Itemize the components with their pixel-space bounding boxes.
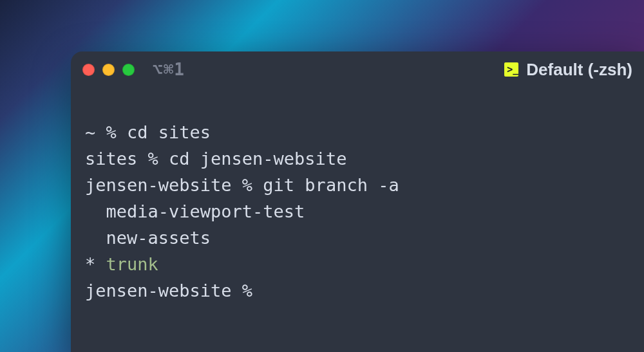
current-branch-marker: * xyxy=(85,254,106,274)
current-branch-name: trunk xyxy=(106,254,158,274)
branch-name: new-assets xyxy=(85,228,211,248)
branch-name: media-viewport-test xyxy=(85,201,305,221)
command-text: git branch -a xyxy=(263,175,399,195)
titlebar: ⌥⌘1 >_ Default (-zsh) xyxy=(71,51,644,88)
terminal-line: * trunk xyxy=(85,254,158,274)
prompt: sites % xyxy=(85,149,169,169)
close-button[interactable] xyxy=(82,64,95,76)
window-controls xyxy=(82,64,135,76)
terminal-line: sites % cd jensen-website xyxy=(85,149,346,169)
terminal-icon: >_ xyxy=(504,62,518,77)
minimize-button[interactable] xyxy=(102,64,115,76)
command-text: cd sites xyxy=(127,122,211,142)
profile-text: Default (-zsh) xyxy=(526,60,632,80)
tab-shortcut: ⌥⌘1 xyxy=(153,60,185,79)
terminal-line: ~ % cd sites xyxy=(85,122,211,142)
terminal-line: new-assets xyxy=(85,228,211,248)
profile-label[interactable]: >_ Default (-zsh) xyxy=(504,60,632,80)
terminal-line: media-viewport-test xyxy=(85,201,305,221)
tab-indicator: ⌥⌘1 xyxy=(153,60,185,79)
terminal-line: jensen-website % git branch -a xyxy=(85,175,399,195)
prompt: jensen-website % xyxy=(85,175,263,195)
terminal-content[interactable]: ~ % cd sites sites % cd jensen-website j… xyxy=(71,88,644,344)
terminal-window: ⌥⌘1 >_ Default (-zsh) ~ % cd sites sites… xyxy=(71,51,644,352)
command-text: cd jensen-website xyxy=(169,149,346,169)
prompt: ~ % xyxy=(85,122,127,142)
prompt: jensen-website % xyxy=(85,281,263,301)
terminal-line: jensen-website % xyxy=(85,281,263,301)
zoom-button[interactable] xyxy=(122,64,135,76)
